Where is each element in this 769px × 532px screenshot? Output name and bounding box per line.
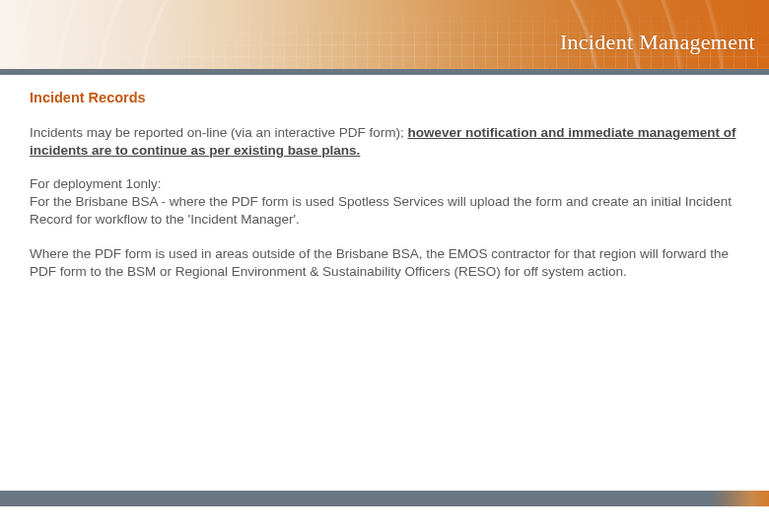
header-banner: Incident Management [0,0,769,69]
section-heading: Incident Records [30,89,739,108]
paragraph-outside-bsa: Where the PDF form is used in areas outs… [30,245,739,281]
paragraph-intro-normal: Incidents may be reported on-line (via a… [30,125,407,140]
paragraph-deployment-line1: For deployment 1only: [30,176,162,191]
paragraph-deployment-line2: For the Brisbane BSA - where the PDF for… [30,194,732,227]
footer-accent [710,491,769,506]
paragraph-deployment: For deployment 1only: For the Brisbane B… [30,175,739,230]
footer-bar [0,491,769,506]
page-title: Incident Management [560,30,755,55]
paragraph-intro: Incidents may be reported on-line (via a… [30,124,739,160]
document-body: Incident Records Incidents may be report… [0,75,769,281]
